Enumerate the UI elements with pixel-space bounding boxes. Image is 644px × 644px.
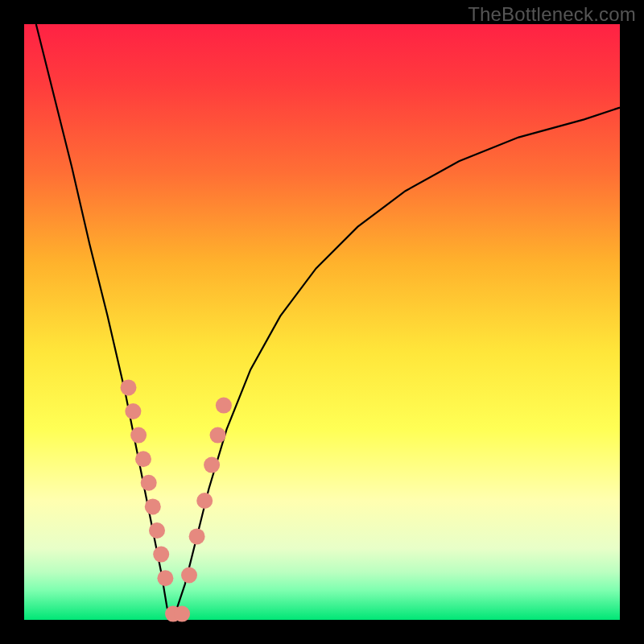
plot-area (24, 24, 620, 620)
scatter-dot (121, 379, 137, 395)
scatter-dot (153, 547, 169, 563)
scatter-dot (189, 528, 205, 544)
scatter-dot (204, 457, 220, 473)
scatter-dot (181, 568, 197, 584)
scatter-dot (135, 451, 151, 467)
curve-svg (24, 24, 620, 620)
scatter-dot (196, 493, 213, 509)
scatter-dot (174, 606, 190, 622)
chart-frame: TheBottleneck.com (0, 0, 644, 644)
watermark-text: TheBottleneck.com (468, 3, 636, 26)
scatter-dots (121, 379, 232, 621)
scatter-dot (149, 522, 165, 539)
scatter-dot (210, 427, 226, 444)
scatter-dot (125, 403, 141, 419)
scatter-dot (130, 427, 147, 444)
scatter-dot (145, 498, 161, 514)
curve-right (173, 108, 620, 620)
scatter-dot (157, 570, 173, 586)
scatter-dot (141, 475, 157, 491)
scatter-dot (216, 398, 232, 414)
